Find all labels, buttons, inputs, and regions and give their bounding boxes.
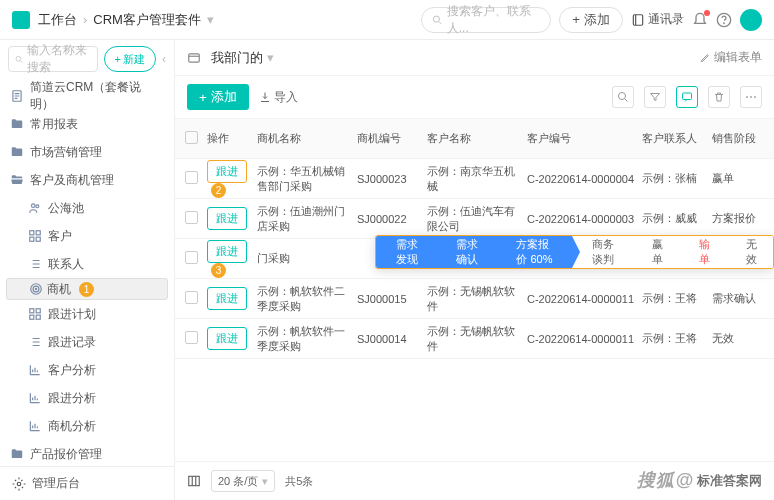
sidebar-item[interactable]: 跟进计划 <box>0 300 174 328</box>
cell-cust: 示例：无锡帆软软件 <box>427 284 527 314</box>
follow-button[interactable]: 跟进 <box>207 240 247 263</box>
upload-icon <box>259 91 271 103</box>
user-avatar[interactable] <box>740 9 762 31</box>
row-checkbox[interactable] <box>185 251 198 264</box>
sidebar-item[interactable]: 客户 <box>0 222 174 250</box>
sidebar-item[interactable]: 客户及商机管理 <box>0 166 174 194</box>
sidebar-item-label: 简道云CRM（套餐说明） <box>30 79 164 113</box>
add-record-label: 添加 <box>211 88 237 106</box>
svg-rect-16 <box>36 309 40 313</box>
svg-point-6 <box>32 204 36 208</box>
cell-name: 门采购 <box>257 251 357 266</box>
cell-stage: 需求确认 <box>712 291 772 306</box>
sidebar-item[interactable]: 客户分析 <box>0 356 174 384</box>
sidebar-item[interactable]: 公海池 <box>0 194 174 222</box>
app-logo <box>12 11 30 29</box>
bell-icon[interactable] <box>692 12 708 28</box>
dept-label: 我部门的 <box>211 50 263 65</box>
edit-form-label: 编辑表单 <box>714 49 762 66</box>
admin-link[interactable]: 管理后台 <box>0 466 174 500</box>
contacts-link[interactable]: 通讯录 <box>631 11 684 28</box>
stage-pipeline: 需求发现 需求确认 方案报价 60% 商务谈判 赢单 输单 无效 <box>375 235 774 269</box>
cell-name: 示例：帆软软件二季度采购 <box>257 284 357 314</box>
row-checkbox[interactable] <box>185 211 198 224</box>
sidebar-item-label: 联系人 <box>48 256 84 273</box>
view-selector[interactable]: 我部门的 ▾ <box>211 49 274 67</box>
sidebar-item-label: 商机 <box>47 281 71 298</box>
row-checkbox[interactable] <box>185 331 198 344</box>
global-search[interactable]: 搜索客户、联系人... <box>421 7 551 33</box>
add-label: 添加 <box>584 11 610 29</box>
help-icon[interactable] <box>716 12 732 28</box>
global-add-button[interactable]: + 添加 <box>559 7 623 33</box>
columns-icon[interactable] <box>187 474 201 488</box>
badge: 1 <box>79 282 94 297</box>
table-row[interactable]: 跟进2 示例：华五机械销售部门采购 SJ000023 示例：南京华五机械 C-2… <box>175 159 774 199</box>
col-cno: 客户编号 <box>527 131 642 146</box>
sidebar-item[interactable]: 商机分析 <box>0 412 174 440</box>
follow-button[interactable]: 跟进 <box>207 287 247 310</box>
folder-icon <box>10 117 24 131</box>
sidebar-item-label: 客户及商机管理 <box>30 172 114 189</box>
main-area: 我部门的 ▾ 编辑表单 + 添加 导入 ⋯ <box>175 40 774 500</box>
cell-name: 示例：华五机械销售部门采购 <box>257 164 357 194</box>
table-row[interactable]: 跟进 示例：伍迪潮州门店采购 SJ000022 示例：伍迪汽车有限公司 C-20… <box>175 199 774 239</box>
watermark2: 标准答案网 <box>697 472 762 490</box>
sidebar-item[interactable]: 常用报表 <box>0 110 174 138</box>
stage-item[interactable]: 需求发现 <box>376 236 436 268</box>
sidebar: 输入名称来搜索 + 新建 ‹ 简道云CRM（套餐说明）常用报表市场营销管理客户及… <box>0 40 175 500</box>
filter-tool[interactable] <box>644 86 666 108</box>
plus-icon: + <box>115 53 121 65</box>
cell-name: 示例：帆软软件一季度采购 <box>257 324 357 354</box>
svg-point-19 <box>17 482 21 486</box>
table-row[interactable]: 跟进 示例：帆软软件二季度采购 SJ000015 示例：无锡帆软软件 C-202… <box>175 279 774 319</box>
sidebar-item-label: 跟进记录 <box>48 334 96 351</box>
edit-form-link[interactable]: 编辑表单 <box>700 49 762 66</box>
sidebar-item[interactable]: 跟进记录 <box>0 328 174 356</box>
cell-contact: 示例：王将 <box>642 331 712 346</box>
breadcrumb-workbench[interactable]: 工作台 <box>38 11 77 29</box>
sidebar-search[interactable]: 输入名称来搜索 <box>8 46 98 72</box>
chevron-down-icon: ▾ <box>267 50 274 65</box>
trash-tool[interactable] <box>708 86 730 108</box>
target-icon <box>29 282 43 296</box>
sidebar-item-label: 产品报价管理 <box>30 446 102 463</box>
grid-icon <box>28 229 42 243</box>
select-all-checkbox[interactable] <box>185 131 198 144</box>
sidebar-item[interactable]: 市场营销管理 <box>0 138 174 166</box>
add-record-button[interactable]: + 添加 <box>187 84 249 110</box>
follow-button[interactable]: 跟进 <box>207 160 247 183</box>
sidebar-item-label: 跟进计划 <box>48 306 96 323</box>
sidebar-item[interactable]: 产品报价管理 <box>0 440 174 466</box>
stage-item[interactable]: 商务谈判 <box>572 236 632 268</box>
collapse-icon[interactable]: ‹ <box>162 52 166 66</box>
sidebar-item[interactable]: 联系人 <box>0 250 174 278</box>
import-button[interactable]: 导入 <box>259 89 298 106</box>
watermark: 搜狐@ <box>637 468 694 492</box>
more-tool[interactable]: ⋯ <box>740 86 762 108</box>
comment-tool[interactable] <box>676 86 698 108</box>
sidebar-item[interactable]: 简道云CRM（套餐说明） <box>0 82 174 110</box>
chevron-down-icon: ▾ <box>262 475 268 488</box>
new-button[interactable]: + 新建 <box>104 46 156 72</box>
folder-icon <box>10 447 24 461</box>
table-row[interactable]: 跟进 示例：帆软软件一季度采购 SJ000014 示例：无锡帆软软件 C-202… <box>175 319 774 359</box>
stage-item[interactable]: 方案报价 60% <box>496 236 571 268</box>
cell-cust: 示例：南京华五机械 <box>427 164 527 194</box>
search-placeholder: 搜索客户、联系人... <box>447 3 540 37</box>
row-checkbox[interactable] <box>185 291 198 304</box>
stage-item[interactable]: 需求确认 <box>436 236 496 268</box>
follow-button[interactable]: 跟进 <box>207 327 247 350</box>
sidebar-item[interactable]: 跟进分析 <box>0 384 174 412</box>
chevron-right-icon: › <box>83 12 87 27</box>
svg-point-4 <box>16 56 21 61</box>
svg-point-7 <box>36 205 39 208</box>
cell-stage: 无效 <box>712 331 772 346</box>
breadcrumb-suite[interactable]: CRM客户管理套件 <box>93 11 201 29</box>
search-tool[interactable] <box>612 86 634 108</box>
row-checkbox[interactable] <box>185 171 198 184</box>
page-size-select[interactable]: 20 条/页 ▾ <box>211 470 275 492</box>
follow-button[interactable]: 跟进 <box>207 207 247 230</box>
page-size-label: 20 条/页 <box>218 474 258 489</box>
sidebar-item[interactable]: 商机1 <box>6 278 168 300</box>
